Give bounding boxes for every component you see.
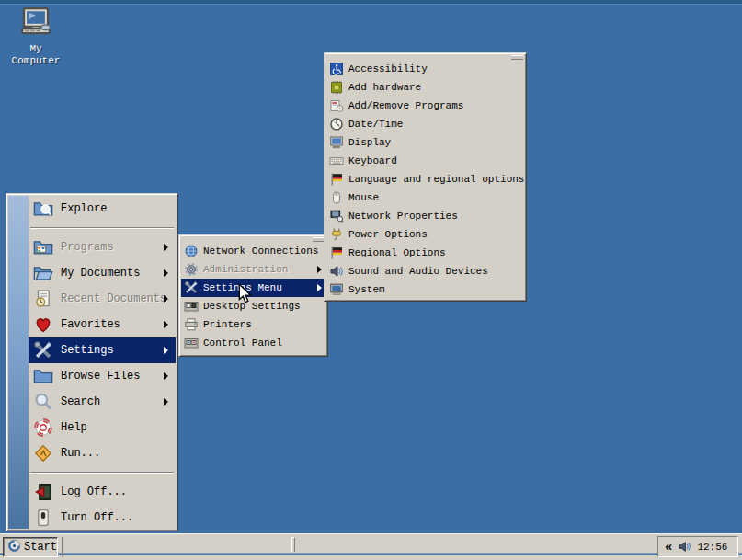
menu-item-add-hardware[interactable]: Add hardware — [326, 78, 524, 97]
menu-item-explore[interactable]: Explore — [29, 196, 176, 222]
volume-icon[interactable] — [678, 540, 691, 554]
menu-item-network-connections[interactable]: Network Connections — [181, 242, 325, 260]
submenu-arrow-icon — [317, 284, 322, 291]
programs-folder-icon — [32, 236, 54, 258]
tray-clock[interactable]: 12:56 — [697, 542, 727, 553]
menu-item-search[interactable]: Search — [29, 389, 176, 415]
menu-item-label: Printers — [203, 319, 252, 330]
submenu-arrow-icon — [317, 266, 322, 273]
menu-item-label: Log Off... — [61, 486, 127, 498]
taskbar-grip[interactable] — [291, 537, 295, 552]
desktop-top-strip — [0, 0, 742, 5]
submenu-arrow-icon — [164, 244, 168, 251]
tools-icon — [32, 339, 54, 361]
reactos-logo-icon — [7, 539, 21, 556]
menu-item-programs[interactable]: Programs — [29, 234, 176, 260]
lifebuoy-icon — [32, 417, 54, 439]
submenu-arrow-icon — [164, 321, 168, 328]
recent-documents-icon — [32, 288, 54, 310]
tools-icon — [183, 280, 200, 296]
control-panel-submenu: AccessibilityAdd hardwareAdd/Remove Prog… — [324, 52, 527, 302]
system-icon — [328, 281, 345, 298]
my-computer-label: My Computer — [6, 43, 66, 67]
menu-item-turn-off[interactable]: Turn Off... — [29, 505, 176, 531]
menu-separator — [29, 466, 176, 479]
menu-item-keyboard[interactable]: Keyboard — [326, 152, 524, 170]
menu-item-label: Control Panel — [203, 337, 282, 349]
menu-item-label: Date/Time — [348, 119, 403, 130]
start-button-label: Start — [24, 541, 57, 554]
menu-item-accessibility[interactable]: Accessibility — [326, 60, 524, 78]
run-diamond-icon — [32, 442, 54, 464]
keyboard-icon — [328, 153, 345, 169]
logoff-icon — [32, 481, 54, 503]
menu-item-mouse[interactable]: Mouse — [326, 189, 524, 207]
menu-item-label: Favorites — [61, 318, 120, 331]
menu-item-date-time[interactable]: Date/Time — [326, 115, 524, 133]
menu-item-label: Language and regional options — [348, 174, 524, 185]
taskbar-bottom-line — [0, 553, 742, 555]
menu-item-recent-documents[interactable]: Recent Documents — [29, 286, 176, 312]
display-icon — [328, 134, 345, 151]
menu-item-browse-files[interactable]: Browse Files — [29, 363, 176, 389]
menu-item-printers[interactable]: Printers — [181, 315, 325, 334]
speaker-icon — [328, 263, 345, 280]
menu-item-display[interactable]: Display — [326, 133, 524, 152]
menu-item-label: Programs — [61, 241, 114, 254]
submenu-arrow-icon — [164, 372, 168, 380]
menu-item-sound-and-audio-devices[interactable]: Sound and Audio Devices — [326, 262, 524, 280]
documents-folder-icon — [32, 262, 54, 284]
my-computer-desktop-icon[interactable]: My Computer — [6, 6, 66, 67]
menu-item-label: Network Properties — [348, 211, 458, 222]
menu-item-settings[interactable]: Settings — [29, 337, 176, 363]
clock-icon — [328, 116, 345, 132]
start-menu: ReactOS 0.3.1 ExploreProgramsMy Document… — [6, 193, 178, 531]
menu-item-label: Sound and Audio Devices — [348, 266, 488, 277]
start-button[interactable]: Start — [3, 537, 58, 557]
submenu-arrow-icon — [164, 347, 168, 354]
menu-item-label: Help — [61, 421, 87, 434]
menu-item-label: Recent Documents — [61, 292, 166, 305]
menu-separator — [29, 222, 176, 234]
menu-item-network-properties[interactable]: Network Properties — [326, 207, 524, 225]
menu-item-label: Display — [348, 137, 391, 148]
menu-item-run[interactable]: Run... — [29, 440, 176, 466]
menu-item-label: Administration — [203, 264, 288, 275]
menu-item-label: Accessibility — [348, 63, 428, 74]
taskbar-separator — [62, 537, 63, 556]
menu-item-label: Mouse — [348, 192, 379, 203]
menu-item-administration[interactable]: Administration — [181, 260, 325, 279]
mouse-cursor-icon — [237, 283, 254, 305]
menu-item-label: Network Connections — [203, 246, 318, 257]
accessibility-icon — [328, 61, 345, 77]
power-icon — [32, 507, 54, 529]
menu-item-label: System — [348, 284, 385, 295]
menu-item-language-and-regional-options[interactable]: Language and regional options — [326, 170, 524, 189]
desktop: My Computer ReactOS 0.3.1 ExploreProgram… — [0, 0, 742, 560]
menu-item-label: Add/Remove Programs — [348, 100, 463, 111]
menu-item-regional-options[interactable]: Regional Options — [326, 244, 524, 262]
menu-item-help[interactable]: Help — [29, 415, 176, 440]
menu-item-my-documents[interactable]: My Documents — [29, 260, 176, 286]
computer-icon — [19, 27, 52, 43]
menu-item-label: Explore — [61, 202, 107, 215]
menu-item-system[interactable]: System — [326, 280, 524, 299]
menu-item-log-off[interactable]: Log Off... — [29, 479, 176, 505]
menu-item-label: My Documents — [61, 267, 140, 280]
flag-icon — [328, 171, 345, 188]
menu-item-add-remove-programs[interactable]: Add/Remove Programs — [326, 97, 524, 115]
menu-item-control-panel[interactable]: Control Panel — [181, 334, 325, 352]
control-panel-icon — [183, 335, 200, 351]
tray-collapse-chevron-icon[interactable]: « — [665, 541, 672, 554]
menu-item-power-options[interactable]: Power Options — [326, 225, 524, 244]
menu-item-favorites[interactable]: Favorites — [29, 312, 176, 337]
network-properties-icon — [328, 208, 345, 224]
taskbar: Start « 12:56 — [0, 533, 742, 560]
menu-item-label: Power Options — [348, 229, 428, 240]
flag-icon — [328, 245, 345, 261]
menu-item-label: Keyboard — [348, 155, 397, 166]
menu-item-label: Browse Files — [61, 370, 140, 383]
add-remove-programs-icon — [328, 97, 345, 114]
folder-icon — [32, 365, 54, 387]
submenu-arrow-icon — [164, 295, 168, 303]
